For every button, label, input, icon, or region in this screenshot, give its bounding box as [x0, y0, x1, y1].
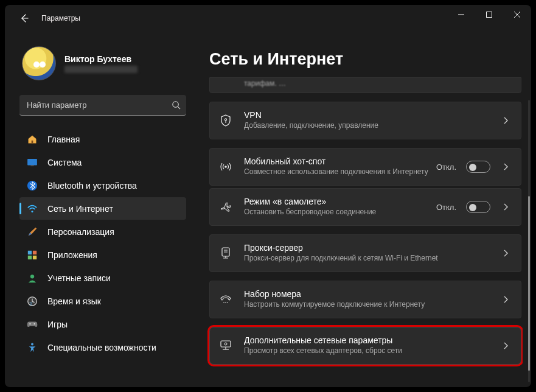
sidebar-item-label: Система [47, 158, 82, 167]
scrollbar-thumb[interactable] [528, 196, 530, 371]
person-icon [26, 271, 39, 285]
svg-rect-5 [27, 158, 37, 165]
svg-rect-1 [487, 12, 492, 18]
panel-sub: Добавление, подключение, управление [244, 121, 494, 130]
svg-point-18 [31, 343, 33, 345]
search-input[interactable] [19, 100, 165, 110]
proxy-icon [218, 247, 233, 259]
sidebar-item-label: Время и язык [47, 296, 101, 306]
chevron-right-icon [500, 342, 511, 349]
sidebar-item-label: Учетные записи [47, 273, 111, 283]
panel-vpn[interactable]: VPN Добавление, подключение, управление [209, 102, 521, 139]
svg-point-17 [29, 323, 30, 324]
hotspot-icon [218, 161, 233, 172]
sidebar-item-gaming[interactable]: Игры [19, 313, 186, 335]
svg-point-24 [223, 302, 224, 303]
home-icon [26, 133, 39, 146]
svg-rect-10 [33, 250, 37, 254]
main-content: Сеть и Интернет тарифам. … VPN Добавлени… [193, 32, 531, 387]
panel-sub: Прокси-сервер для подключений к сетям Wi… [244, 253, 494, 263]
sidebar-item-bluetooth[interactable]: Bluetooth и устройства [19, 174, 186, 197]
wifi-icon [26, 202, 39, 215]
sidebar-item-label: Специальные возможности [47, 343, 156, 352]
sidebar-item-personalization[interactable]: Персонализация [19, 220, 186, 243]
accessibility-icon [26, 341, 39, 354]
clock-icon: 文 [26, 295, 39, 308]
svg-point-20 [224, 166, 227, 168]
svg-rect-27 [221, 341, 231, 347]
svg-rect-6 [30, 165, 33, 166]
sidebar-item-apps[interactable]: Приложения [19, 243, 186, 266]
system-icon [26, 156, 39, 169]
titlebar: Параметры [5, 5, 531, 32]
panel-title: Прокси-сервер [244, 243, 494, 253]
panel-title: Дополнительные сетевые параметры [244, 335, 494, 345]
window-title: Параметры [41, 14, 80, 23]
sidebar-item-label: Сеть и Интернет [47, 204, 113, 214]
panel-title: Набор номера [244, 289, 494, 299]
svg-line-3 [178, 107, 180, 109]
svg-text:文: 文 [29, 301, 33, 306]
panel-sub: Совместное использование подключения к И… [244, 167, 430, 177]
chevron-right-icon [500, 296, 511, 303]
bluetooth-icon [26, 179, 39, 192]
chevron-right-icon [500, 163, 511, 170]
sidebar-item-label: Главная [47, 135, 80, 144]
panel-advanced-network[interactable]: Дополнительные сетевые параметры Просмот… [209, 327, 521, 365]
panel-cellular-partial[interactable]: тарифам. … [209, 77, 521, 93]
chevron-right-icon [500, 203, 511, 211]
back-button[interactable] [17, 11, 32, 26]
svg-rect-11 [28, 255, 32, 259]
sidebar: Виктор Бухтеев Главная Система [5, 32, 193, 387]
toggle-state: Откл. [436, 163, 456, 172]
scrollbar[interactable] [528, 100, 530, 382]
sidebar-item-accessibility[interactable]: Специальные возможности [19, 336, 186, 359]
svg-point-2 [172, 102, 178, 107]
airplane-icon [218, 201, 233, 212]
panel-proxy[interactable]: Прокси-сервер Прокси-сервер для подключе… [209, 234, 521, 272]
panel-hotspot[interactable]: Мобильный хот-спот Совместное использова… [209, 148, 521, 186]
search-box[interactable] [19, 95, 186, 116]
chevron-right-icon [500, 117, 511, 124]
profile[interactable]: Виктор Бухтеев [19, 37, 186, 91]
sidebar-item-system[interactable]: Система [19, 151, 186, 173]
svg-point-19 [224, 119, 226, 121]
svg-rect-9 [28, 250, 32, 254]
phone-icon [218, 295, 233, 304]
chevron-right-icon [500, 250, 511, 257]
sidebar-item-label: Игры [47, 320, 68, 329]
sidebar-item-label: Bluetooth и устройства [47, 181, 137, 191]
page-title: Сеть и Интернет [193, 32, 523, 77]
toggle-state: Откл. [436, 203, 456, 212]
gamepad-icon [26, 318, 39, 331]
brush-icon [26, 225, 39, 239]
minimize-button[interactable] [447, 5, 475, 24]
panel-sub: Просмотр всех сетевых адаптеров, сброс с… [244, 346, 494, 355]
sidebar-item-network[interactable]: Сеть и Интернет [19, 197, 186, 220]
avatar [22, 46, 56, 80]
svg-point-13 [30, 275, 34, 278]
sidebar-item-time[interactable]: 文 Время и язык [19, 290, 186, 312]
sidebar-item-label: Приложения [47, 250, 97, 260]
close-button[interactable] [503, 5, 531, 24]
sidebar-item-accounts[interactable]: Учетные записи [19, 267, 186, 289]
panel-title: VPN [244, 110, 494, 120]
apps-icon [26, 248, 39, 262]
maximize-button[interactable] [475, 5, 503, 24]
panel-dialup[interactable]: Набор номера Настроить коммутируемое под… [209, 281, 521, 318]
toggle-airplane[interactable] [466, 201, 490, 213]
panel-list: тарифам. … VPN Добавление, подключение, … [193, 77, 523, 387]
network-settings-icon [218, 340, 233, 351]
svg-point-16 [33, 323, 35, 324]
profile-email-redacted [64, 66, 137, 73]
svg-rect-12 [33, 255, 37, 259]
panel-title: Мобильный хот-спот [244, 156, 430, 166]
svg-point-26 [227, 302, 228, 303]
nav: Главная Система Bluetooth и устройства С… [19, 128, 186, 359]
sidebar-item-home[interactable]: Главная [19, 128, 186, 150]
panel-airplane[interactable]: Режим «в самолете» Остановить беспроводн… [209, 188, 521, 226]
profile-name: Виктор Бухтеев [64, 54, 137, 64]
panel-sub: Остановить беспроводное соединение [244, 207, 430, 217]
search-icon [165, 100, 186, 110]
toggle-hotspot[interactable] [466, 161, 490, 173]
